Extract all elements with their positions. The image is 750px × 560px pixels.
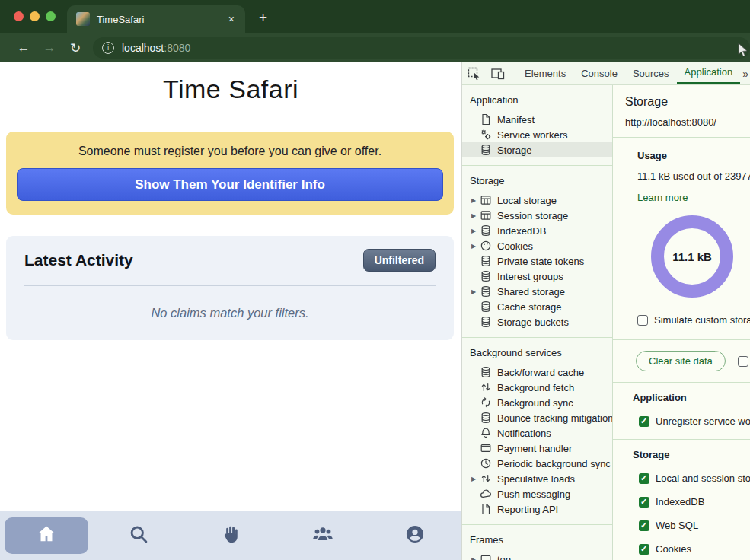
- home-icon: [36, 523, 57, 548]
- nav-item-profile[interactable]: [369, 511, 461, 560]
- sidebar-item-manifest[interactable]: Manifest: [462, 112, 612, 127]
- sidebar-item-private-state-tokens[interactable]: Private state tokens: [462, 253, 612, 269]
- sidebar-item-storage[interactable]: Storage: [462, 142, 612, 158]
- usage-text: 11.1 kB used out of 239779 MB: [637, 170, 750, 182]
- show-identifier-info-button[interactable]: Show Them Your Identifier Info: [17, 168, 443, 201]
- devtools-tab-sources[interactable]: Sources: [625, 62, 677, 84]
- web-sql-label: Web SQL: [656, 520, 698, 531]
- unfiltered-filter-button[interactable]: Unfiltered: [363, 249, 436, 272]
- sidebar-item-push-messaging[interactable]: Push messaging: [462, 486, 612, 501]
- devtools-tab-console[interactable]: Console: [573, 62, 625, 84]
- expander-arrow-icon[interactable]: ▶: [471, 556, 480, 560]
- search-icon: [128, 523, 149, 548]
- address-bar[interactable]: i localhost:8080: [93, 37, 750, 59]
- sidebar-item-back-forward-cache[interactable]: Back/forward cache: [462, 364, 612, 380]
- expander-arrow-icon[interactable]: ▶: [471, 197, 480, 204]
- sidebar-section-title: Background services: [462, 341, 612, 364]
- nav-item-search[interactable]: [92, 511, 184, 560]
- site-info-icon[interactable]: i: [102, 42, 114, 54]
- sidebar-item-payment-handler[interactable]: Payment handler: [462, 441, 612, 456]
- sidebar-item-top[interactable]: ▶top: [462, 552, 612, 560]
- expander-arrow-icon[interactable]: ▶: [471, 228, 480, 234]
- sidebar-item-bounce-tracking-mitigation[interactable]: Bounce tracking mitigation: [462, 410, 612, 425]
- sidebar-item-interest-groups[interactable]: Interest groups: [462, 269, 612, 284]
- sidebar-section-title: Frames: [462, 528, 612, 552]
- expander-arrow-icon[interactable]: ▶: [471, 212, 480, 219]
- learn-more-link[interactable]: Learn more: [637, 192, 688, 203]
- expander-arrow-icon[interactable]: ▶: [471, 243, 480, 250]
- browser-tab[interactable]: TimeSafari ×: [67, 5, 245, 33]
- clear-site-data-button[interactable]: Clear site data: [636, 351, 726, 371]
- more-tabs-icon[interactable]: »: [741, 68, 750, 80]
- sidebar-item-shared-storage[interactable]: ▶Shared storage: [462, 284, 612, 299]
- indexeddb-checkbox[interactable]: [639, 497, 649, 508]
- checkbox-row: Cookies: [639, 543, 750, 555]
- nav-item-people[interactable]: [277, 511, 369, 560]
- web-sql-checkbox[interactable]: [639, 520, 649, 531]
- forward-icon[interactable]: →: [37, 40, 62, 56]
- sidebar-item-cookies[interactable]: ▶Cookies: [462, 238, 612, 253]
- devtools-tab-application[interactable]: Application: [677, 62, 741, 84]
- cookies-checkbox[interactable]: [639, 544, 649, 555]
- simulate-quota-checkbox[interactable]: [637, 315, 648, 326]
- usage-heading: Usage: [637, 150, 750, 161]
- sync-icon: [480, 396, 492, 409]
- sidebar-item-label: Manifest: [497, 114, 535, 126]
- sidebar-item-indexeddb[interactable]: ▶IndexedDB: [462, 223, 612, 238]
- file-icon: [480, 113, 492, 126]
- database-icon: [480, 301, 492, 313]
- close-window-button[interactable]: [14, 11, 24, 21]
- local-and-session-storage-checkbox[interactable]: [639, 473, 649, 484]
- sidebar-item-label: Background sync: [497, 397, 573, 409]
- url-port: :8080: [164, 42, 190, 54]
- table-icon: [480, 194, 492, 206]
- sidebar-item-label: Local storage: [497, 195, 557, 206]
- database-icon: [480, 255, 492, 267]
- cookie-icon: [480, 240, 492, 252]
- sidebar-item-session-storage[interactable]: ▶Session storage: [462, 208, 612, 223]
- application-section-heading: Application: [633, 392, 750, 403]
- inspect-element-icon[interactable]: [462, 67, 486, 80]
- donut-label: 11.1 kB: [672, 250, 712, 263]
- hand-icon: [220, 523, 241, 548]
- sidebar-item-speculative-loads[interactable]: ▶Speculative loads: [462, 471, 612, 486]
- reload-icon[interactable]: ↻: [62, 40, 88, 56]
- alert-message: Someone must register you before you can…: [17, 145, 443, 158]
- updown-icon: [480, 381, 492, 393]
- database-icon: [480, 316, 492, 328]
- indexeddb-label: IndexedDB: [656, 496, 704, 508]
- device-toolbar-icon[interactable]: [486, 68, 510, 80]
- registration-alert: Someone must register you before you can…: [6, 132, 454, 215]
- nav-item-hand[interactable]: [184, 511, 276, 560]
- unregister-service-workers-checkbox[interactable]: [639, 416, 649, 427]
- storage-origin: http://localhost:8080/: [625, 116, 750, 128]
- database-icon: [480, 366, 492, 378]
- database-icon: [480, 285, 492, 298]
- new-tab-button[interactable]: +: [259, 9, 267, 26]
- sidebar-item-service-workers[interactable]: Service workers: [462, 127, 612, 142]
- sidebar-item-storage-buckets[interactable]: Storage buckets: [462, 314, 612, 329]
- minimize-window-button[interactable]: [30, 11, 40, 21]
- sidebar-item-cache-storage[interactable]: Cache storage: [462, 299, 612, 314]
- sidebar-item-label: Notifications: [497, 428, 551, 439]
- tab-close-icon[interactable]: ×: [225, 13, 238, 25]
- devtools-tab-elements[interactable]: Elements: [517, 62, 573, 84]
- sidebar-item-background-fetch[interactable]: Background fetch: [462, 380, 612, 395]
- maximize-window-button[interactable]: [46, 11, 56, 21]
- sidebar-section-title: Application: [462, 88, 612, 112]
- sidebar-item-label: Cache storage: [497, 301, 562, 313]
- sidebar-item-periodic-background-sync[interactable]: Periodic background sync: [462, 456, 612, 471]
- sidebar-item-notifications[interactable]: Notifications: [462, 425, 612, 441]
- storage-section-heading: Storage: [633, 449, 750, 460]
- cloud-icon: [480, 488, 492, 500]
- nav-item-home[interactable]: [0, 511, 92, 560]
- sidebar-item-reporting-api[interactable]: Reporting API: [462, 501, 612, 517]
- expander-arrow-icon[interactable]: ▶: [471, 288, 480, 295]
- sidebar-item-background-sync[interactable]: Background sync: [462, 395, 612, 410]
- including-third-party-checkbox[interactable]: [738, 356, 748, 367]
- back-icon[interactable]: ←: [11, 40, 37, 56]
- sidebar-item-local-storage[interactable]: ▶Local storage: [462, 192, 612, 208]
- storage-panel-title: Storage: [625, 95, 750, 109]
- expander-arrow-icon[interactable]: ▶: [471, 476, 480, 482]
- database-icon: [480, 270, 492, 282]
